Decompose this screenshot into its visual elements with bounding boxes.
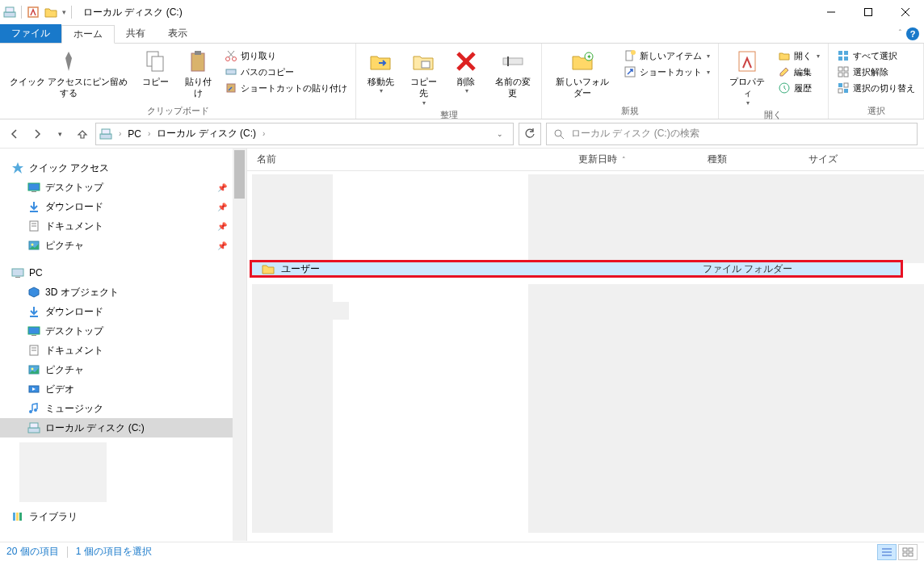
shortcut-button[interactable]: ショートカット▾ [620,65,713,79]
sidebar-downloads[interactable]: ダウンロード📌 [0,197,246,216]
ribbon-collapse-icon[interactable]: ˆ [899,29,901,38]
open-button[interactable]: 開く▾ [775,48,823,63]
ribbon-group-open: プロパティ▾ 開く▾ 編集 履歴 開く [719,44,829,119]
crumb-pc[interactable]: PC [124,128,145,140]
paste-button[interactable]: 貼り付け [178,45,218,99]
up-button[interactable] [74,126,90,142]
delete-button[interactable]: 削除▾ [447,45,485,96]
search-input[interactable]: ローカル ディスク (C:)の検索 [546,123,918,145]
copy-icon [142,48,168,74]
col-name[interactable]: 名前 [247,153,569,166]
file-list[interactable]: ユーザー ファイル フォルダー [247,171,924,541]
back-button[interactable] [6,126,23,142]
minimize-button[interactable] [813,0,850,24]
svg-rect-4 [865,9,872,16]
history-button[interactable]: 履歴 [775,81,823,95]
maximize-button[interactable] [850,0,887,24]
copyto-button[interactable]: コピー先▾ [403,45,443,107]
tab-home[interactable]: ホーム [61,25,115,44]
address-dropdown[interactable]: ⌄ [490,124,510,144]
recent-dropdown[interactable]: ▾ [52,126,68,142]
selectnone-button[interactable]: 選択解除 [834,65,918,79]
status-count: 20 個の項目 [6,545,59,559]
sidebar: クイック アクセス デスクトップ📌 ダウンロード📌 ドキュメント📌 ピクチャ📌 … [0,149,247,541]
svg-rect-34 [844,67,848,71]
copy-button[interactable]: コピー [136,45,174,87]
tab-file[interactable]: ファイル [0,24,61,43]
svg-rect-74 [903,548,907,551]
svg-rect-8 [152,57,163,71]
ribbon-group-select: すべて選択 選択解除 選択の切り替え 選択 [829,44,924,119]
sort-asc-icon: ˄ [622,156,626,164]
svg-text:✦: ✦ [586,53,591,61]
col-size[interactable]: サイズ [799,153,924,166]
help-icon[interactable]: ? [906,27,919,40]
pictures-icon [27,239,40,252]
edit-button[interactable]: 編集 [775,65,823,79]
cut-button[interactable]: 切り取り [221,48,351,63]
sidebar-music[interactable]: ミュージック [0,399,246,418]
properties-button[interactable]: プロパティ▾ [724,45,771,107]
crumb-drive[interactable]: ローカル ディスク (C:) [153,127,259,140]
sidebar-pc[interactable]: PC [0,263,246,283]
video-icon [27,383,40,396]
svg-rect-37 [838,83,842,87]
statusbar: 20 個の項目 1 個の項目を選択 [0,542,924,561]
item-type: ファイル フォルダー [703,262,792,276]
addressbar[interactable]: › PC › ローカル ディスク (C:) › ⌄ [95,123,514,145]
main-area: クイック アクセス デスクトップ📌 ダウンロード📌 ドキュメント📌 ピクチャ📌 … [0,149,924,541]
svg-rect-15 [226,69,236,74]
drive-icon [3,6,16,19]
sidebar-downloads2[interactable]: ダウンロード [0,302,246,321]
pasteshortcut-button[interactable]: ショートカットの貼り付け [221,81,351,95]
svg-point-65 [34,408,37,412]
sidebar-videos[interactable]: ビデオ [0,379,246,399]
sidebar-quickaccess[interactable]: クイック アクセス [0,158,246,178]
pictures-icon [27,363,40,376]
forward-button[interactable] [29,126,45,142]
qat-more-icon[interactable]: ▾ [62,8,66,16]
view-icons-button[interactable] [898,544,918,560]
cut-icon [225,49,237,62]
sidebar-desktop[interactable]: デスクトップ📌 [0,178,246,197]
sidebar-pictures[interactable]: ピクチャ📌 [0,236,246,255]
copyto-icon [410,48,436,74]
libraries-icon [11,510,24,523]
sidebar-3dobjects[interactable]: 3D オブジェクト [0,283,246,302]
sidebar-documents2[interactable]: ドキュメント [0,341,246,360]
document-icon [27,220,40,232]
rename-button[interactable]: 名前の変更 [489,45,536,99]
sidebar-desktop2[interactable]: デスクトップ [0,321,246,341]
sidebar-libraries[interactable]: ライブラリ [0,507,246,526]
scrollbar[interactable] [233,149,246,541]
refresh-button[interactable] [519,123,541,145]
view-details-button[interactable] [877,544,897,560]
tab-view[interactable]: 表示 [157,24,199,43]
selected-row[interactable]: ユーザー ファイル フォルダー [250,260,903,278]
moveto-button[interactable]: 移動先▾ [361,45,400,96]
tab-share[interactable]: 共有 [115,24,157,43]
sidebar-documents[interactable]: ドキュメント📌 [0,216,246,236]
svg-rect-27 [739,52,755,71]
col-type[interactable]: 種類 [698,153,799,166]
pin-quickaccess-button[interactable]: クイック アクセスにピン留めする [5,45,132,99]
properties-icon [734,48,760,74]
sidebar-localdisk[interactable]: ローカル ディスク (C:) [0,418,246,437]
newitem-button[interactable]: 新しいアイテム▾ [620,48,713,63]
document-icon [27,344,40,357]
svg-rect-17 [422,61,430,68]
copypath-button[interactable]: パスのコピー [221,65,351,79]
selectall-button[interactable]: すべて選択 [834,48,918,63]
svg-rect-53 [12,269,23,276]
close-button[interactable] [887,0,924,24]
svg-rect-66 [28,428,40,433]
pin-icon: 📌 [217,222,227,231]
invert-button[interactable]: 選択の切り替え [834,81,918,95]
qat-properties-icon[interactable] [27,6,40,19]
star-icon [11,161,24,174]
col-date[interactable]: 更新日時˄ [569,153,698,166]
sidebar-pictures2[interactable]: ピクチャ [0,360,246,379]
svg-rect-70 [19,513,22,521]
newfolder-button[interactable]: ✦ 新しいフォルダー [547,45,617,99]
svg-rect-0 [4,12,15,17]
